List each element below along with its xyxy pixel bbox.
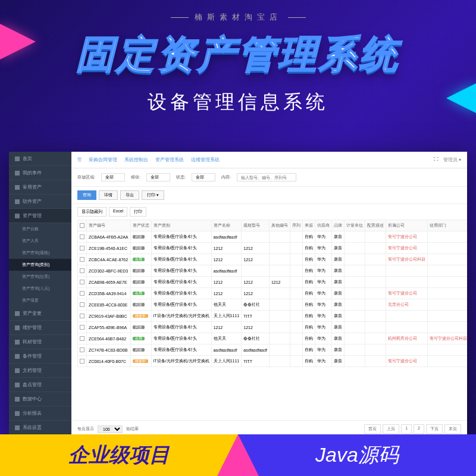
sidebar-sub[interactable]: 资产查询(类别) (9, 259, 71, 271)
sidebar-item-doc[interactable]: 文档管理 (9, 364, 71, 378)
query-button[interactable]: 查询 (77, 190, 96, 200)
page-first[interactable]: 首页 (364, 424, 381, 434)
soft-icon (15, 199, 20, 204)
topnav-console[interactable]: 系统控制台 (124, 156, 148, 163)
dept-select[interactable]: 全部 (146, 173, 170, 181)
export-button[interactable]: 导出 (120, 190, 139, 200)
sidebar-item-sys[interactable]: 系统设置 (9, 421, 71, 435)
sidebar-item-inv[interactable]: 盘点管理 (9, 378, 71, 392)
change-icon (15, 311, 20, 316)
sidebar-item-maint[interactable]: 维护管理 (9, 321, 71, 335)
sidebar-sub[interactable]: 资产查询(人员) (9, 283, 71, 295)
row-check[interactable] (78, 322, 87, 333)
cell-dept: 安可宁波分公司科目 (427, 333, 467, 345)
topnav-ops[interactable]: 运维管理系统 (191, 156, 220, 163)
check-all[interactable] (78, 220, 87, 231)
sidebar-item-user[interactable]: 我的事件 (9, 166, 71, 180)
column-header[interactable]: 资产类别 (151, 220, 211, 231)
sidebar-item-home[interactable]: 首页 (9, 152, 71, 166)
page-next[interactable]: 下页 (426, 424, 443, 434)
column-header[interactable]: 资产名称 (211, 220, 242, 231)
excel-button[interactable]: Excel (109, 207, 127, 217)
row-check[interactable] (78, 345, 87, 356)
cell-spec: asdfasdfasdf (242, 345, 270, 356)
table-row[interactable]: ZCD302-4BFC-9ED3闲置专用设备/医疗设备/针头asdfasdfas… (78, 265, 468, 277)
column-header[interactable]: 使用部门 (427, 220, 467, 231)
row-check[interactable] (78, 299, 87, 311)
sidebar-item-spare[interactable]: 备件管理 (9, 349, 71, 364)
column-header[interactable]: 供应商 (315, 220, 331, 231)
user-menu[interactable]: 管理员 ▾ (443, 156, 461, 163)
sidebar-item-report[interactable]: 分析报表 (9, 406, 71, 421)
page-last[interactable]: 末页 (444, 424, 461, 434)
table-row[interactable]: ZCBA6A-4FB5-A2AA闲置专用设备/医疗设备/针头asdfasdfas… (78, 231, 468, 243)
cell-serial (290, 277, 302, 288)
print-tool-button[interactable]: 打印 (130, 207, 146, 217)
sidebar-sub[interactable]: 资产台账 (9, 223, 71, 235)
table-row[interactable]: ZC0814-40F0-B07C维修中IT设备/光纤交换机/光纤交换机天上人间1… (78, 356, 468, 367)
table-row[interactable]: ZC9619-43AF-B8BC维修中IT设备/光纤交换机/光纤交换机天上人间1… (78, 311, 468, 322)
print-button[interactable]: 打印 ▾ (142, 190, 164, 200)
column-header[interactable]: 所属公司 (386, 220, 427, 231)
sidebar-item-asset[interactable]: 资产管理 (9, 209, 71, 223)
sidebar-sub[interactable]: 资产入库 (9, 235, 71, 247)
row-check[interactable] (78, 277, 87, 288)
sidebar-item-soft[interactable]: 软件资产 (9, 195, 71, 209)
cell-id: ZC9619-43AF-B8BC (87, 311, 131, 322)
inv-icon (15, 383, 20, 387)
cell-conf (365, 231, 386, 243)
column-header[interactable]: 规格型号 (242, 220, 270, 231)
sidebar-sub[interactable]: 资产查询(规格) (9, 247, 71, 259)
sidebar-item-mat[interactable]: 耗材管理 (9, 335, 71, 349)
page-2[interactable]: 2 (414, 424, 424, 434)
sidebar-item-cube[interactable]: 常用资产 (9, 180, 71, 195)
table-row[interactable]: ZCAB98-4659-AE7E闲置专用设备/医疗设备/针头1212121212… (78, 277, 468, 288)
cell-other (269, 311, 290, 322)
cell-cat: 专用设备/医疗设备/针头 (151, 299, 211, 311)
row-check[interactable] (78, 311, 87, 322)
cell-conf (365, 322, 386, 333)
row-check[interactable] (78, 265, 87, 277)
column-header[interactable]: 配置描述 (365, 220, 386, 231)
table-row[interactable]: ZCE564-46B7-B482在用专用设备/医疗设备/针头他天天春春社社自购华… (78, 333, 468, 345)
row-check[interactable] (78, 243, 87, 254)
column-header[interactable]: 计量单位 (344, 220, 365, 231)
table-row[interactable]: ZCD35B-4A39-9414在用专用设备/医疗设备/针头12121212自购… (78, 288, 468, 299)
content-input[interactable] (237, 173, 296, 181)
column-header[interactable]: 序列 (290, 220, 302, 231)
column-header[interactable]: 资产编号 (87, 220, 131, 231)
fullscreen-icon[interactable]: ⛶ (434, 156, 439, 163)
column-header[interactable]: 品牌 (331, 220, 344, 231)
menu-icon[interactable]: ☰ (77, 157, 82, 162)
table-row[interactable]: ZCEE85-4CC8-803E闲置专用设备/医疗设备/针头他天天春春社社自购华… (78, 299, 468, 311)
topnav-asset[interactable]: 资产管理系统 (155, 156, 184, 163)
row-check[interactable] (78, 288, 87, 299)
column-header[interactable]: 资产状态 (130, 220, 151, 231)
table-row[interactable]: ZC747B-4C83-BD0B闲置专用设备/医疗设备/针头asdfasdfas… (78, 345, 468, 356)
sidebar-item-data[interactable]: 数据中心 (9, 392, 71, 406)
page-prev[interactable]: 上页 (383, 424, 399, 434)
sidebar-item-change[interactable]: 资产变更 (9, 306, 71, 321)
cell-serial (290, 231, 302, 243)
column-header[interactable]: 来源 (302, 220, 315, 231)
cell-sup: 华为 (315, 277, 331, 288)
page-1[interactable]: 1 (401, 424, 412, 434)
area-select[interactable]: 全部 (101, 173, 125, 181)
row-check[interactable] (78, 231, 87, 243)
sidebar-sub[interactable]: 资产报废 (9, 295, 71, 306)
row-check[interactable] (78, 333, 87, 345)
detail-button[interactable]: 详情 (99, 190, 118, 200)
table-row[interactable]: ZCE19B-4540-A1EC闲置专用设备/医疗设备/针头12121212自购… (78, 243, 468, 254)
cell-status: 闲置 (130, 345, 151, 356)
table-row[interactable]: ZCBC4A-4CAE-8762在用专用设备/医疗设备/针头12121212自购… (78, 254, 468, 265)
column-header[interactable]: 其他编号 (269, 220, 290, 231)
row-check[interactable] (78, 356, 87, 367)
topnav-purchase[interactable]: 采购合同管理 (89, 156, 117, 163)
row-check[interactable] (78, 254, 87, 265)
cell-dept (427, 311, 467, 322)
status-select[interactable]: 全部 (192, 173, 215, 181)
table-row[interactable]: ZCAF55-409E-B96A闲置专用设备/医疗设备/针头12121212自购… (78, 322, 468, 333)
per-select[interactable]: 100 (98, 425, 123, 433)
cols-button[interactable]: 显示隐藏列 (77, 207, 107, 217)
sidebar-sub[interactable]: 资产查询(位置) (9, 271, 71, 283)
